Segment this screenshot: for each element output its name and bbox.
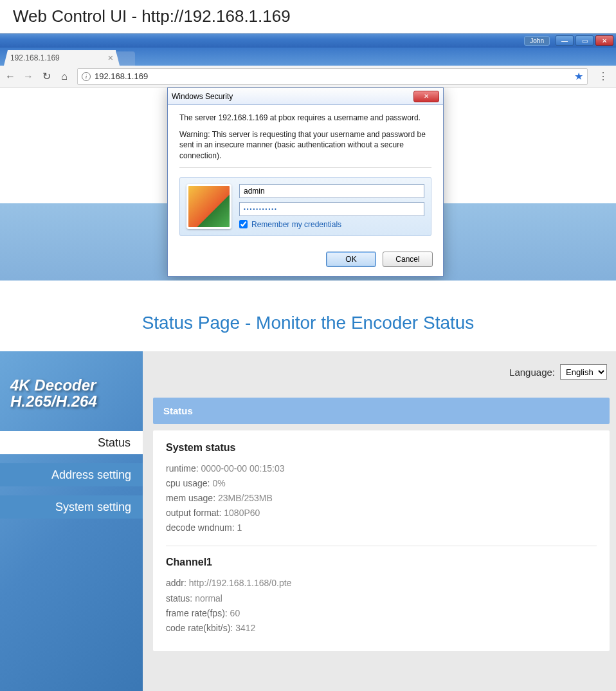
language-row: Language: English [153,364,610,380]
dialog-buttons: OK Cancel [168,244,443,276]
credentials-box: Remember my credentials [179,177,431,236]
ch-v-3: 3412 [235,623,255,633]
language-label: Language: [509,367,555,378]
main-content: Language: English Status System status r… [143,351,616,691]
bookmark-star-icon[interactable]: ★ [574,70,583,82]
section-2-title: Status Page - Monitor the Encoder Status [0,281,616,351]
sys-v-3: 1080P60 [224,508,260,518]
back-icon[interactable]: ← [5,71,15,82]
panel-header: Status [153,398,610,424]
sidebar-item-address-setting[interactable]: Address setting [0,463,143,486]
username-input[interactable] [239,184,424,198]
tab-title: 192.168.1.169 [10,53,60,62]
sys-k-0: runtime: [166,463,199,474]
logo-line-2: H.265/H.264 [10,393,132,409]
channel1-title: Channel1 [166,557,597,568]
password-input[interactable] [239,202,424,216]
language-select[interactable]: English [560,364,607,380]
security-dialog: Windows Security ✕ The server 192.168.1.… [167,88,444,277]
home-icon[interactable]: ⌂ [59,71,69,82]
cancel-button[interactable]: Cancel [383,252,433,267]
ch-k-2: frame rate(fps): [166,608,228,618]
remember-label: Remember my credentials [251,220,341,229]
panel-body: System status runtime: 0000-00-00 00:15:… [153,430,610,651]
tab-close-icon[interactable]: × [108,53,113,63]
url-field[interactable]: i 192.168.1.169 ★ [77,68,588,85]
dialog-message-2: Warning: This server is requesting that … [179,129,431,161]
ch-k-3: code rate(kbit/s): [166,623,233,633]
channel1-list: addr: http://192.168.1.168/0.pte status:… [166,576,597,635]
sys-v-1: 0% [212,478,225,488]
sys-v-0: 0000-00-00 00:15:03 [201,463,284,474]
url-text: 192.168.1.169 [95,71,148,81]
reload-icon[interactable]: ↻ [41,70,51,82]
sys-k-4: decode wndnum: [166,522,235,533]
ch-k-1: status: [166,593,192,603]
dialog-body: The server 192.168.1.169 at pbox require… [168,105,443,244]
credentials-fields: Remember my credentials [239,184,424,229]
remember-checkbox[interactable] [239,220,248,228]
ok-button[interactable]: OK [326,252,376,267]
sys-v-4: 1 [237,522,242,533]
sidebar: 4K Decoder H.265/H.264 Status Address se… [0,351,143,691]
sys-k-2: mem usage: [166,493,215,503]
user-avatar-image [186,184,231,229]
sys-k-1: cpu usage: [166,478,210,488]
dialog-close-button[interactable]: ✕ [413,91,439,102]
browser-menu-icon[interactable]: ⋮ [595,70,611,82]
site-info-icon[interactable]: i [82,72,91,81]
dialog-message-1: The server 192.168.1.169 at pbox require… [179,113,431,123]
window-close-button[interactable]: ✕ [595,35,613,46]
doc-heading: Web Control UI - http://192.168.1.169 [0,0,616,33]
ch-k-0: addr: [166,578,186,588]
admin-panel: 4K Decoder H.265/H.264 Status Address se… [0,351,616,691]
logo-line-1: 4K Decoder [10,377,132,393]
forward-icon[interactable]: → [23,71,33,82]
system-status-title: System status [166,442,597,454]
sidebar-item-status[interactable]: Status [0,431,143,454]
remember-checkbox-row[interactable]: Remember my credentials [239,220,424,229]
browser-tab[interactable]: 192.168.1.169 × [4,50,120,66]
sidebar-item-system-setting[interactable]: System setting [0,495,143,519]
ch-v-2: 60 [230,608,240,618]
tab-strip: 192.168.1.169 × [0,48,616,66]
ch-v-1: normal [195,593,222,603]
address-bar: ← → ↻ ⌂ i 192.168.1.169 ★ ⋮ [0,66,616,88]
sys-v-2: 23MB/253MB [218,493,273,503]
system-status-list: runtime: 0000-00-00 00:15:03 cpu usage: … [166,461,597,535]
minimize-button[interactable]: — [556,35,574,46]
dialog-titlebar: Windows Security ✕ [168,88,443,105]
new-tab-ghost[interactable] [117,51,135,66]
dialog-title: Windows Security [172,92,233,101]
sidebar-logo: 4K Decoder H.265/H.264 [0,377,143,431]
maximize-button[interactable]: ▭ [575,35,593,46]
browser-viewport: Windows Security ✕ The server 192.168.1.… [0,88,616,281]
browser-window: John — ▭ ✕ 192.168.1.169 × ← → ↻ ⌂ i 192… [0,33,616,281]
browser-titlebar: John — ▭ ✕ [0,33,616,48]
ch-v-0: http://192.168.1.168/0.pte [189,578,292,588]
panel-divider [166,546,597,546]
sys-k-3: output format: [166,508,221,518]
user-pill[interactable]: John [524,36,550,46]
